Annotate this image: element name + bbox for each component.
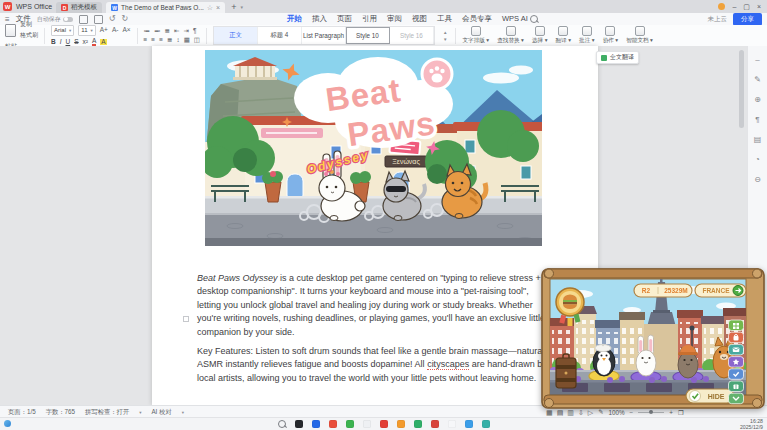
style-item[interactable]: Style 10: [346, 27, 390, 44]
ribbon-tool[interactable]: 批注 ▾: [579, 26, 595, 45]
outline-icon[interactable]: ≣: [165, 28, 170, 35]
word-count[interactable]: 字数：765: [46, 408, 75, 417]
history-clock-icon[interactable]: ◔: [755, 156, 760, 164]
zoom-slider[interactable]: [638, 412, 664, 413]
paragraph-mark-icon[interactable]: ¶: [193, 28, 197, 35]
menu-item-8[interactable]: 会员专享: [462, 14, 492, 25]
paragraph-intro[interactable]: Beat Paws Odyssey is a cute desktop pet …: [197, 272, 549, 339]
italic-icon[interactable]: I: [60, 39, 62, 46]
tab-close-icon[interactable]: ×: [216, 4, 220, 11]
taskbar-app-7[interactable]: [397, 420, 405, 428]
collapse-bottom-icon[interactable]: ⊖: [754, 176, 761, 184]
ribbon-tool[interactable]: 选择 ▾: [532, 26, 548, 45]
taskbar-app-5[interactable]: [363, 420, 371, 428]
beat-paws-game-window[interactable]: R2 25329M FRANCE HIDE: [540, 266, 766, 412]
format-painter-button[interactable]: 格式刷: [20, 31, 38, 40]
taskbar-app-4[interactable]: [346, 420, 354, 428]
collapse-icon[interactable]: –: [755, 56, 759, 64]
ribbon-tool[interactable]: 查找替换 ▾: [497, 26, 524, 45]
docer-template-tab[interactable]: D 稻壳模板: [56, 2, 102, 13]
taskbar-search-icon[interactable]: [278, 420, 286, 428]
bullet-list-icon[interactable]: ≔: [144, 28, 151, 35]
shading-icon[interactable]: ▦: [184, 37, 190, 44]
align-center-icon[interactable]: ≡: [151, 37, 155, 44]
ribbon-tool[interactable]: 文字排版 ▾: [462, 26, 489, 45]
number-list-icon[interactable]: ≕: [154, 28, 161, 35]
taskbar-app-6[interactable]: [380, 420, 388, 428]
add-comment-icon[interactable]: ⊕: [754, 96, 761, 104]
tab-list-caret[interactable]: ▾: [240, 4, 243, 10]
game-button-5[interactable]: [729, 369, 744, 380]
game-collapse-button[interactable]: [729, 393, 744, 404]
weather-widget[interactable]: [4, 420, 13, 427]
beat-paws-artwork-image[interactable]: Ξενώνας: [205, 50, 542, 246]
menu-item-7[interactable]: 工具: [437, 14, 452, 25]
ribbon-tool[interactable]: 智能文档 ▾: [626, 26, 653, 45]
menu-item-6[interactable]: 视图: [412, 14, 427, 25]
share-button[interactable]: 分享: [733, 13, 762, 26]
wps-office-tab[interactable]: WPS Office: [16, 3, 52, 10]
highlight-icon[interactable]: A: [100, 39, 106, 46]
autosave-toggle[interactable]: [63, 17, 73, 22]
border-icon[interactable]: ◫: [194, 37, 200, 44]
decrease-font-icon[interactable]: A-: [112, 27, 119, 34]
minimize-button[interactable]: –: [732, 3, 736, 10]
taskbar-app-8[interactable]: [414, 420, 422, 428]
gallery-arrows[interactable]: ▲▼: [441, 30, 449, 42]
style-item[interactable]: Style 16: [390, 27, 434, 44]
format-mark-icon[interactable]: ¶: [755, 116, 759, 124]
underline-icon[interactable]: U: [66, 39, 71, 46]
vertical-scrollbar[interactable]: [739, 50, 744, 128]
new-tab-button[interactable]: +: [231, 2, 236, 12]
increase-font-icon[interactable]: A+: [100, 27, 108, 34]
gallery-up-icon[interactable]: ▲: [443, 30, 447, 35]
menu-item-5[interactable]: 审阅: [387, 14, 402, 25]
font-name-select[interactable]: Arial▾: [51, 25, 74, 36]
align-right-icon[interactable]: ≡: [159, 37, 163, 44]
taskbar-app-9[interactable]: [431, 420, 439, 428]
cloud-status[interactable]: 未上云: [708, 15, 728, 24]
menu-item-2[interactable]: 插入: [312, 14, 327, 25]
taskbar-app-12[interactable]: [482, 420, 490, 428]
menu-item-3[interactable]: 页面: [337, 14, 352, 25]
menu-item-1[interactable]: 开始: [287, 14, 302, 25]
copy-button[interactable]: 复制: [20, 20, 38, 29]
taskbar-app-10[interactable]: [448, 420, 456, 428]
redo-icon[interactable]: ↻: [121, 15, 128, 23]
style-item[interactable]: 正文: [214, 27, 258, 44]
taskbar-app-2[interactable]: [312, 420, 320, 428]
user-avatar[interactable]: [718, 3, 725, 10]
paragraph-features[interactable]: Key Features: Listen to soft drum sounds…: [197, 345, 549, 385]
ai-check[interactable]: AI 校对: [151, 408, 171, 417]
achievement-badge[interactable]: [556, 288, 584, 326]
bold-icon[interactable]: B: [51, 39, 56, 46]
taskbar-app-3[interactable]: [329, 420, 337, 428]
font-size-select[interactable]: 11▾: [78, 25, 96, 36]
menu-item-9[interactable]: WPS AI: [502, 14, 528, 24]
undo-icon[interactable]: ↺: [109, 15, 116, 23]
print-icon[interactable]: [94, 15, 103, 24]
game-button-1[interactable]: [729, 320, 744, 331]
taskbar-clock[interactable]: 16:28 2025/12/9: [740, 419, 763, 430]
full-text-translate-chip[interactable]: 全文翻译: [596, 51, 639, 64]
document-tab[interactable]: W The Demo of Beat Paws O... ☆ ×: [106, 2, 225, 13]
taskbar-app-1[interactable]: [295, 420, 303, 428]
style-item[interactable]: List Paragraph: [302, 27, 346, 44]
spellcheck-status[interactable]: 拼写检查：打开: [85, 408, 129, 417]
ribbon-tool[interactable]: 协作 ▾: [603, 26, 619, 45]
menu-search-icon[interactable]: [530, 15, 538, 23]
edit-pen-icon[interactable]: ✎: [754, 76, 761, 84]
increase-indent-icon[interactable]: ⇥: [183, 28, 188, 35]
gallery-down-icon[interactable]: ▼: [443, 37, 447, 42]
style-item[interactable]: 标题 4: [258, 27, 302, 44]
country-pill[interactable]: FRANCE: [695, 284, 746, 297]
decrease-indent-icon[interactable]: ⇤: [174, 28, 179, 35]
superscript-icon[interactable]: x²: [83, 39, 88, 46]
font-color-icon[interactable]: A: [92, 38, 96, 47]
suitcase[interactable]: [556, 354, 576, 388]
autosave-control[interactable]: 自动保存: [37, 15, 73, 24]
justify-icon[interactable]: ≣: [167, 37, 172, 44]
paste-icon[interactable]: [5, 24, 16, 37]
clear-format-icon[interactable]: A×: [122, 27, 130, 34]
notes-panel-icon[interactable]: ▤: [754, 136, 762, 144]
